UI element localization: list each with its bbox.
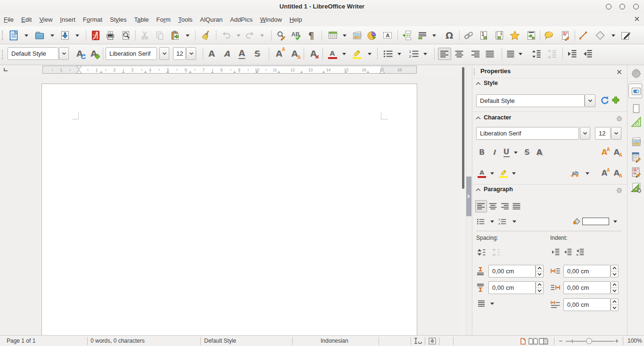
- status-page-count[interactable]: Page 1 of 1: [7, 336, 35, 346]
- paste-dropdown[interactable]: [184, 29, 191, 42]
- insert-bookmark-button[interactable]: [508, 29, 521, 42]
- clone-formatting-button[interactable]: [199, 29, 213, 42]
- insert-table-button[interactable]: [326, 29, 339, 42]
- character-settings-gear-icon[interactable]: [616, 116, 622, 122]
- new-style-icon[interactable]: [612, 96, 619, 104]
- spinner-down-icon[interactable]: [612, 289, 617, 292]
- find-replace-button[interactable]: [274, 29, 288, 42]
- print-preview-button[interactable]: [119, 29, 132, 42]
- sidebar-decrease-font-button[interactable]: AA: [611, 146, 623, 159]
- basic-shapes-button[interactable]: [594, 29, 607, 42]
- underline-button[interactable]: A: [236, 48, 248, 60]
- font-name-dropdown[interactable]: [159, 47, 169, 60]
- sidebar-decrease-indent-button[interactable]: [562, 248, 573, 256]
- sidebar-font-name-dropdown[interactable]: [580, 127, 590, 140]
- formatting-marks-button[interactable]: ¶: [305, 29, 318, 42]
- spinner-up-icon[interactable]: [612, 267, 617, 270]
- collapse-character-icon[interactable]: [476, 117, 481, 119]
- insert-footnote-button[interactable]: 1: [477, 29, 490, 42]
- menu-view[interactable]: View: [35, 13, 56, 26]
- close-document-icon[interactable]: [634, 16, 640, 22]
- insert-table-dropdown[interactable]: [341, 29, 348, 42]
- after-text-indent-field[interactable]: 0,00 cm: [563, 281, 611, 294]
- numbered-list-dropdown[interactable]: [422, 48, 428, 60]
- sidebar-style-dropdown[interactable]: [585, 94, 595, 107]
- sidebar-numbered-list-button[interactable]: 12: [497, 216, 508, 227]
- toolbar-drag-handle[interactable]: [2, 31, 3, 40]
- menu-table[interactable]: Table: [130, 13, 152, 26]
- font-color-dropdown[interactable]: [341, 48, 347, 60]
- after-indent-spinner[interactable]: [611, 281, 619, 294]
- update-style-icon[interactable]: [600, 96, 609, 104]
- italic-button[interactable]: A: [221, 48, 233, 60]
- sidebar-numbered-list-dropdown[interactable]: [511, 216, 517, 227]
- sidebar-italic-button[interactable]: I: [488, 146, 500, 159]
- paragraph-settings-gear-icon[interactable]: [616, 187, 622, 194]
- align-center-button[interactable]: [453, 48, 465, 60]
- sidebar-align-left-button[interactable]: [475, 200, 487, 212]
- sidebar-align-center-button[interactable]: [487, 200, 499, 212]
- sidebar-line-spacing-dropdown[interactable]: [489, 299, 495, 308]
- sidebar-align-justify-button[interactable]: [511, 200, 522, 212]
- print-button[interactable]: [104, 29, 117, 42]
- selection-mode-icon[interactable]: [413, 338, 422, 346]
- redo-dropdown[interactable]: [259, 29, 265, 42]
- document-area[interactable]: [0, 76, 472, 335]
- document-save-status-icon[interactable]: [429, 338, 436, 346]
- sidebar-character-spacing-dropdown[interactable]: [584, 167, 590, 179]
- spinner-down-icon[interactable]: [612, 273, 617, 276]
- export-pdf-button[interactable]: [89, 29, 102, 42]
- insert-line-button[interactable]: [577, 29, 590, 42]
- sidebar-shadow-button[interactable]: A: [533, 146, 545, 159]
- paragraph-style-combobox[interactable]: Default Style: [8, 47, 58, 60]
- numbered-list-button[interactable]: 12: [408, 48, 420, 60]
- sidebar-style-combobox[interactable]: Default Style: [476, 94, 585, 107]
- paragraph-section-header[interactable]: Paragraph: [484, 186, 513, 193]
- spinner-up-icon[interactable]: [612, 300, 617, 303]
- right-indent-marker[interactable]: [379, 66, 385, 74]
- increase-paragraph-spacing-button[interactable]: [530, 48, 542, 60]
- tab-properties[interactable]: [630, 85, 642, 97]
- sidebar-underline-button[interactable]: U: [500, 146, 512, 159]
- track-changes-button[interactable]: [559, 29, 572, 42]
- decrease-paragraph-spacing-button[interactable]: [545, 48, 558, 60]
- align-justify-button[interactable]: [484, 48, 496, 60]
- paragraph-style-dropdown[interactable]: [59, 47, 69, 60]
- insert-field-dropdown[interactable]: [431, 29, 438, 42]
- sidebar-hide-button[interactable]: [466, 177, 471, 216]
- book-view-button[interactable]: [539, 338, 548, 346]
- sidebar-font-color-button[interactable]: A: [476, 167, 488, 179]
- tab-manage-changes[interactable]: [630, 167, 642, 178]
- paste-button[interactable]: [169, 29, 182, 42]
- bullet-list-button[interactable]: [382, 48, 394, 60]
- sidebar-underline-dropdown[interactable]: [512, 146, 519, 159]
- spinner-up-icon[interactable]: [537, 283, 542, 286]
- insert-text-box-button[interactable]: A: [381, 29, 394, 42]
- tab-styles[interactable]: [630, 116, 642, 127]
- menu-styles[interactable]: Styles: [106, 13, 130, 26]
- font-size-combobox[interactable]: 12: [173, 47, 186, 60]
- highlight-color-button[interactable]: [351, 48, 363, 60]
- menu-alquran[interactable]: AlQuran: [196, 13, 226, 26]
- collapse-style-icon[interactable]: [476, 82, 481, 85]
- window-minimize-button[interactable]: [606, 4, 611, 9]
- cut-button[interactable]: [138, 29, 151, 42]
- save-dropdown[interactable]: [74, 29, 81, 42]
- close-sidebar-icon[interactable]: [617, 69, 622, 75]
- character-section-header[interactable]: Character: [484, 114, 511, 121]
- spelling-button[interactable]: AB: [289, 29, 303, 42]
- menu-addpics[interactable]: AddPics: [226, 13, 256, 26]
- bullet-list-dropdown[interactable]: [396, 48, 402, 60]
- align-left-button[interactable]: [438, 48, 451, 60]
- menu-form[interactable]: Form: [153, 13, 174, 26]
- sidebar-highlight-dropdown[interactable]: [511, 167, 517, 179]
- menu-window[interactable]: Window: [256, 13, 286, 26]
- sidebar-font-size-dropdown[interactable]: [611, 127, 621, 140]
- sidebar-character-spacing-button[interactable]: ab: [569, 167, 581, 179]
- before-indent-spinner[interactable]: [611, 265, 619, 278]
- single-page-view-button[interactable]: [520, 338, 526, 346]
- spinner-up-icon[interactable]: [612, 283, 617, 286]
- left-indent-marker[interactable]: [76, 66, 82, 74]
- insert-page-break-button[interactable]: [401, 29, 414, 42]
- open-button[interactable]: [33, 29, 46, 42]
